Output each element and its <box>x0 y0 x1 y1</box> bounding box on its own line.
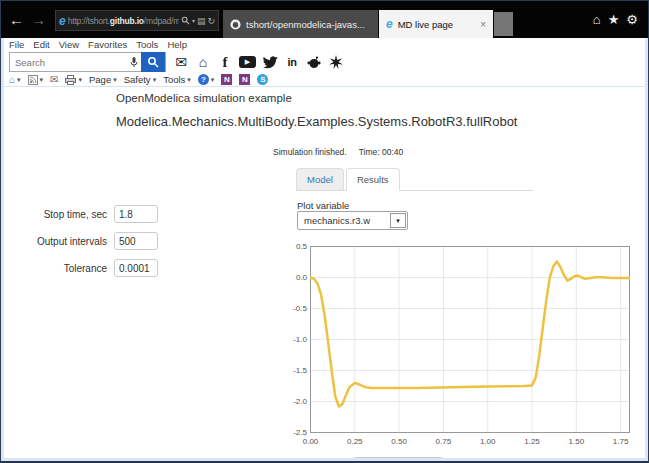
cutoff-element-below-fold <box>353 457 443 460</box>
menu-file[interactable]: File <box>9 39 24 52</box>
tab-github-page[interactable]: tshort/openmodelica-javas... <box>223 10 378 38</box>
search-input[interactable] <box>10 57 127 68</box>
results-tabbar: Model Results <box>296 168 533 191</box>
help-icon: ? <box>198 74 209 85</box>
tolerance-label: Tolerance <box>19 263 107 274</box>
skype-icon[interactable]: S <box>257 74 268 85</box>
y-tick-label: -1.5 <box>282 366 307 375</box>
tools-menu-button[interactable]: Tools▾ <box>163 74 191 85</box>
tab-results[interactable]: Results <box>346 168 400 191</box>
social-icons-row: ✉ ⌂ f ▶ in <box>173 54 344 70</box>
mail-icon: ✉ <box>50 74 58 85</box>
search-button[interactable] <box>141 52 165 72</box>
x-tick-label: 1.50 <box>561 437 591 446</box>
settings-gear-icon[interactable]: ⚙ <box>626 12 638 27</box>
github-octocat-icon <box>230 19 241 30</box>
menu-favorites[interactable]: Favorites <box>88 39 127 52</box>
tab-label: tshort/openmodelica-javas... <box>246 19 365 30</box>
simulation-form: Stop time, sec Output intervals Toleranc… <box>19 205 158 286</box>
x-tick-label: 1.75 <box>606 437 636 446</box>
x-tick-label: 1.00 <box>473 437 503 446</box>
page-content: OpenModelica simulation example Modelica… <box>5 88 646 460</box>
menu-tools[interactable]: Tools <box>136 39 158 52</box>
x-tick-label: 1.25 <box>517 437 547 446</box>
x-tick-label: 0.00 <box>296 437 326 446</box>
microphone-icon[interactable] <box>127 55 141 69</box>
status-time: Time: 00:40 <box>359 147 404 157</box>
help-menu-button[interactable]: ?▾ <box>198 74 215 85</box>
favorites-star-icon[interactable]: ★ <box>608 12 620 27</box>
feeds-menu-button[interactable]: ▾ <box>28 75 44 85</box>
facebook-icon[interactable]: f <box>217 54 233 70</box>
search-box <box>9 52 166 72</box>
search-icon[interactable] <box>181 16 190 25</box>
home-icon[interactable]: ⌂ <box>593 12 601 27</box>
yelp-icon[interactable] <box>328 54 344 70</box>
print-menu-button[interactable]: ▾ <box>65 75 82 85</box>
y-tick-label: -1.0 <box>282 335 307 344</box>
stop-time-input[interactable] <box>114 205 158 223</box>
tab-label: MD live page <box>398 19 453 30</box>
simulation-status: Simulation finished. Time: 00:40 <box>273 147 403 157</box>
status-text: Simulation finished. <box>273 147 347 157</box>
plot-area <box>310 246 630 433</box>
form-row: Output intervals <box>19 232 158 250</box>
y-tick-label: 0.0 <box>282 273 307 282</box>
selected-plot-variable: mechanics.r3.w <box>298 215 390 226</box>
x-tick-label: 0.50 <box>384 437 414 446</box>
mail-icon[interactable]: ✉ <box>173 54 189 70</box>
menu-view[interactable]: View <box>59 39 79 52</box>
y-tick-label: -2.5 <box>282 428 307 437</box>
menu-bar: File Edit View Favorites Tools Help <box>1 38 648 52</box>
search-toolbar: ✉ ⌂ f ▶ in <box>1 52 648 73</box>
youtube-icon[interactable]: ▶ <box>239 56 256 68</box>
y-tick-label: -0.5 <box>282 304 307 313</box>
page-title: OpenModelica simulation example <box>116 92 292 104</box>
compatibility-view-icon[interactable]: ▤ <box>197 16 206 26</box>
model-path: Modelica.Mechanics.MultiBody.Examples.Sy… <box>116 114 517 129</box>
address-dropdown-icon[interactable]: ▾ <box>192 16 195 26</box>
chevron-down-icon: ▾ <box>390 213 406 228</box>
stop-time-label: Stop time, sec <box>19 209 107 220</box>
printer-icon <box>65 75 76 85</box>
home-icon[interactable]: ⌂ <box>195 54 211 70</box>
plot-variable-label: Plot variable <box>297 200 349 211</box>
forward-button[interactable]: → <box>31 11 46 29</box>
menu-help[interactable]: Help <box>167 39 187 52</box>
read-mail-button[interactable]: ✉ <box>50 74 58 85</box>
menu-edit[interactable]: Edit <box>33 39 49 52</box>
x-tick-label: 0.75 <box>428 437 458 446</box>
new-tab-button[interactable] <box>494 12 513 36</box>
twitter-icon[interactable] <box>262 54 278 70</box>
linkedin-icon[interactable]: in <box>284 54 300 70</box>
address-bar[interactable]: e http://tshort.github.io/mdpad/mdpad.ht… <box>55 10 219 31</box>
form-row: Tolerance <box>19 259 158 277</box>
y-tick-label: 0.5 <box>282 242 307 251</box>
titlebar: ← → e http://tshort.github.io/mdpad/mdpa… <box>1 1 648 38</box>
form-row: Stop time, sec <box>19 205 158 223</box>
close-tab-icon[interactable]: × <box>480 19 486 30</box>
plot-variable-select[interactable]: mechanics.r3.w ▾ <box>297 211 408 230</box>
ie-icon: e <box>386 18 393 30</box>
refresh-icon[interactable]: ↻ <box>207 16 215 26</box>
tab-md-live-page[interactable]: e MD live page × <box>379 10 493 38</box>
tolerance-input[interactable] <box>114 259 158 277</box>
url-text: http://tshort.github.io/mdpad/mdpad.html… <box>68 16 179 26</box>
x-tick-label: 0.25 <box>340 437 370 446</box>
onenote-send-icon[interactable]: N <box>239 74 250 85</box>
page-menu-button[interactable]: Page▾ <box>89 74 117 85</box>
y-tick-label: -2.0 <box>282 397 307 406</box>
result-chart: 0.50.0-0.5-1.0-1.5-2.0-2.50.000.250.500.… <box>282 244 634 449</box>
search-icon <box>147 56 159 68</box>
rss-feed-icon <box>28 75 38 85</box>
tab-model[interactable]: Model <box>296 168 344 191</box>
home-icon: ⌂ <box>9 75 15 85</box>
safety-menu-button[interactable]: Safety▾ <box>124 74 156 85</box>
output-intervals-input[interactable] <box>114 232 158 250</box>
home-menu-button[interactable]: ⌂▾ <box>9 75 21 85</box>
back-button[interactable]: ← <box>9 11 24 29</box>
reddit-icon[interactable] <box>306 54 322 70</box>
onenote-linked-notes-icon[interactable]: N <box>221 74 232 85</box>
command-bar: ⌂▾ ▾ ✉ ▾ Page▾ Safety▾ Tools▾ ?▾ N N S <box>1 73 648 87</box>
output-intervals-label: Output intervals <box>19 236 107 247</box>
